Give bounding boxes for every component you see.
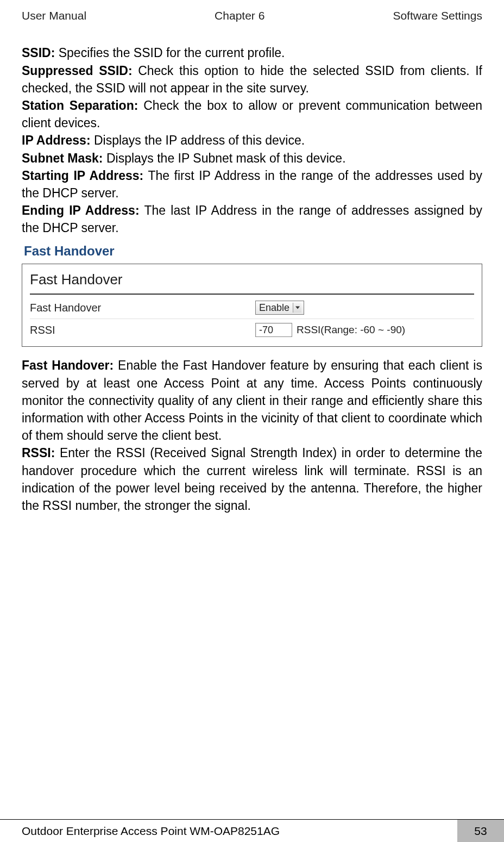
section-heading-fast-handover: Fast Handover <box>24 242 482 260</box>
term-ssid: SSID: <box>22 46 55 60</box>
def-rssi: RSSI: Enter the RSSI (Received Signal St… <box>22 444 482 514</box>
body-content: SSID: Specifies the SSID for the current… <box>22 44 482 236</box>
term-station-separation: Station Separation: <box>22 98 138 113</box>
text-rssi: Enter the RSSI (Received Signal Strength… <box>22 446 482 513</box>
term-fast-handover: Fast Handover: <box>22 358 114 372</box>
page-header: User Manual Chapter 6 Software Settings <box>22 8 482 23</box>
term-suppressed-ssid: Suppressed SSID: <box>22 64 133 78</box>
text-subnet-mask: Displays the IP Subnet mask of this devi… <box>103 151 346 165</box>
chevron-down-icon <box>293 303 301 313</box>
term-rssi: RSSI: <box>22 446 55 460</box>
footer-page-number: 53 <box>457 820 504 842</box>
fast-handover-panel: Fast Handover Fast Handover Enable RSSI … <box>22 264 482 347</box>
svg-marker-0 <box>295 307 300 309</box>
page-footer: Outdoor Enterprise Access Point WM-OAP82… <box>0 819 504 842</box>
footer-title: Outdoor Enterprise Access Point WM-OAP82… <box>0 820 457 842</box>
panel-divider <box>30 294 474 295</box>
header-left: User Manual <box>22 8 86 23</box>
def-station-separation: Station Separation: Check the box to all… <box>22 97 482 132</box>
def-starting-ip: Starting IP Address: The first IP Addres… <box>22 167 482 202</box>
def-ip-address: IP Address: Displays the IP address of t… <box>22 132 482 149</box>
term-ip-address: IP Address: <box>22 133 91 147</box>
label-rssi: RSSI <box>30 322 255 338</box>
post-panel-text: Fast Handover: Enable the Fast Handover … <box>22 357 482 514</box>
def-suppressed-ssid: Suppressed SSID: Check this option to hi… <box>22 62 482 97</box>
panel-title: Fast Handover <box>30 270 474 289</box>
def-fast-handover: Fast Handover: Enable the Fast Handover … <box>22 357 482 444</box>
label-fast-handover: Fast Handover <box>30 300 255 315</box>
header-center: Chapter 6 <box>215 8 264 23</box>
rssi-input[interactable] <box>255 323 292 337</box>
rssi-range-note: RSSI(Range: -60 ~ -90) <box>297 323 405 338</box>
term-ending-ip: Ending IP Address: <box>22 203 140 217</box>
text-ssid: Specifies the SSID for the current profi… <box>55 46 285 60</box>
def-ssid: SSID: Specifies the SSID for the current… <box>22 44 482 61</box>
term-starting-ip: Starting IP Address: <box>22 169 143 183</box>
panel-row-rssi: RSSI RSSI(Range: -60 ~ -90) <box>30 319 474 341</box>
fast-handover-select-value: Enable <box>259 301 293 315</box>
header-right: Software Settings <box>393 8 482 23</box>
def-ending-ip: Ending IP Address: The last IP Address i… <box>22 202 482 236</box>
text-ip-address: Displays the IP address of this device. <box>91 133 305 147</box>
panel-row-fast-handover: Fast Handover Enable <box>30 297 474 319</box>
fast-handover-select[interactable]: Enable <box>255 301 304 315</box>
term-subnet-mask: Subnet Mask: <box>22 151 103 165</box>
def-subnet-mask: Subnet Mask: Displays the IP Subnet mask… <box>22 149 482 167</box>
